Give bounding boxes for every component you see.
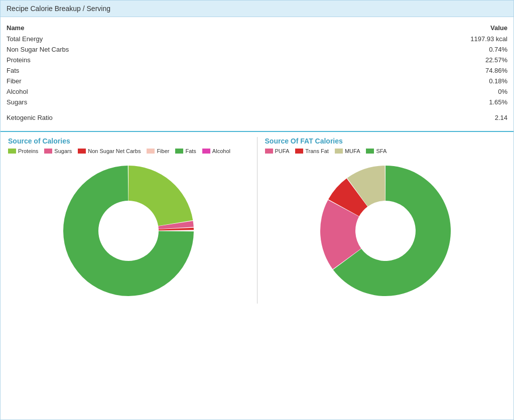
row-name: Fats [7, 65, 321, 76]
section-header: Recipe Calorie Breakup / Serving [1, 1, 513, 17]
legend-label: MUFA [345, 148, 360, 154]
table-row: Alcohol 0% [7, 86, 507, 97]
legend-item: PUFA [265, 148, 290, 154]
section-title: Recipe Calorie Breakup / Serving [7, 5, 110, 13]
legend-item: Alcohol [202, 148, 230, 154]
legend-label: Alcohol [212, 148, 230, 154]
chart-right-title: Source Of FAT Calories [263, 137, 509, 145]
legend-item: Fats [175, 148, 196, 154]
legend-color-swatch [335, 149, 343, 154]
chart-left-legend: Proteins Sugars Non Sugar Net Carbs Fibe… [6, 148, 252, 154]
row-name: Fiber [7, 76, 321, 86]
legend-item: Sugars [44, 148, 72, 154]
chart-right-legend: PUFA Trans Fat MUFA SFA [263, 148, 509, 154]
legend-label: SFA [376, 148, 387, 154]
donut-chart-right [315, 161, 456, 301]
table-row: Proteins 22.57% [7, 55, 507, 65]
legend-color-swatch [44, 149, 52, 154]
ketogenic-row: Ketogenic Ratio 2.14 [7, 112, 507, 123]
col-header-name: Name [7, 22, 321, 34]
row-value: 1197.93 kcal [321, 34, 507, 44]
table-row: Non Sugar Net Carbs 0.74% [7, 44, 507, 55]
legend-color-swatch [265, 149, 273, 154]
row-value: 0.18% [321, 76, 507, 86]
legend-color-swatch [295, 149, 303, 154]
legend-item: SFA [366, 148, 387, 154]
legend-color-swatch [8, 149, 16, 154]
legend-label: Non Sugar Net Carbs [88, 148, 141, 154]
table-section: Name Value Total Energy 1197.93 kcal Non… [1, 17, 513, 132]
legend-item: Non Sugar Net Carbs [78, 148, 141, 154]
nutrition-table: Name Value Total Energy 1197.93 kcal Non… [7, 22, 507, 123]
legend-color-swatch [175, 149, 183, 154]
legend-label: Fiber [157, 148, 169, 154]
row-value: 1.65% [321, 97, 507, 107]
donut-chart-left [58, 161, 199, 301]
ketogenic-value: 2.14 [321, 112, 507, 123]
table-row: Fiber 0.18% [7, 76, 507, 86]
charts-section: Source of Calories Proteins Sugars Non S… [1, 132, 513, 309]
legend-color-swatch [147, 149, 155, 154]
row-value: 0.74% [321, 44, 507, 55]
row-name: Sugars [7, 97, 321, 107]
legend-color-swatch [202, 149, 210, 154]
row-name: Total Energy [7, 34, 321, 44]
chart-right-panel: Source Of FAT Calories PUFA Trans Fat MU… [258, 137, 514, 304]
chart-left-donut [6, 158, 252, 304]
legend-label: Proteins [18, 148, 38, 154]
legend-color-swatch [78, 149, 86, 154]
ketogenic-label: Ketogenic Ratio [7, 112, 321, 123]
row-name: Proteins [7, 55, 321, 65]
table-row: Sugars 1.65% [7, 97, 507, 107]
row-value: 22.57% [321, 55, 507, 65]
table-row: Fats 74.86% [7, 65, 507, 76]
row-name: Non Sugar Net Carbs [7, 44, 321, 55]
legend-item: MUFA [335, 148, 360, 154]
table-row: Total Energy 1197.93 kcal [7, 34, 507, 44]
legend-label: Fats [185, 148, 196, 154]
donut-segment [128, 166, 193, 226]
row-value: 74.86% [321, 65, 507, 76]
chart-right-donut [263, 158, 509, 304]
row-value: 0% [321, 86, 507, 97]
chart-left-panel: Source of Calories Proteins Sugars Non S… [1, 137, 258, 304]
legend-item: Fiber [147, 148, 169, 154]
legend-item: Proteins [8, 148, 38, 154]
legend-label: PUFA [275, 148, 290, 154]
legend-label: Sugars [54, 148, 72, 154]
chart-left-title: Source of Calories [6, 137, 252, 145]
legend-label: Trans Fat [305, 148, 329, 154]
col-header-value: Value [321, 22, 507, 34]
legend-item: Trans Fat [295, 148, 329, 154]
legend-color-swatch [366, 149, 374, 154]
row-name: Alcohol [7, 86, 321, 97]
page-container: Recipe Calorie Breakup / Serving Name Va… [0, 0, 514, 420]
